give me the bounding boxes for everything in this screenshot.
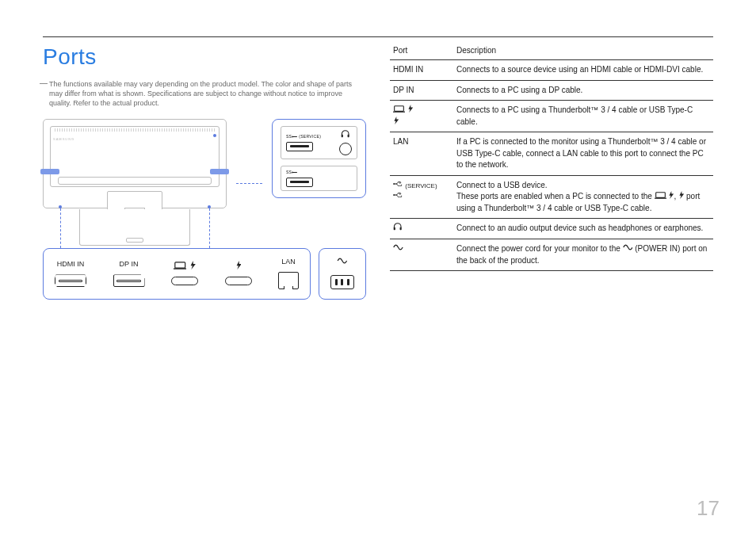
table-row: (SERVICE) Connect to a USB device. These… — [390, 175, 713, 219]
bolt-icon — [189, 261, 196, 271]
rear-port-strip-outline — [58, 177, 212, 185]
bolt-icon — [668, 191, 674, 203]
sine-icon — [393, 243, 403, 255]
callout-leader-horizontal-icon — [236, 183, 262, 184]
laptop-icon — [174, 261, 187, 271]
table-row: Connect to an audio output device such a… — [390, 219, 713, 239]
bolt-icon — [393, 117, 399, 128]
hdmi-port-icon — [55, 274, 86, 287]
monitor-port-diagram: SAMSUNG — [43, 119, 366, 300]
thunderbolt-port-2 — [225, 262, 252, 285]
headphones-icon — [341, 130, 349, 139]
audio-jack-icon — [339, 143, 352, 155]
usb-a-port-icon — [286, 142, 313, 151]
desc-cell: Connects to a PC using a Thunderbolt™ 3 … — [453, 101, 713, 132]
port-cell-usb-service: (SERVICE) — [390, 175, 453, 219]
left-column: Ports The functions available may vary d… — [43, 44, 366, 300]
usb-a-port-icon — [286, 178, 313, 187]
usb-c-port-icon — [171, 277, 198, 285]
usb-ss-icon — [393, 191, 403, 203]
side-usb-audio-callout: SS⟵ (SERVICE) SS⟵ — [272, 119, 366, 198]
sine-icon — [336, 257, 349, 266]
table-header-description: Description — [453, 44, 713, 60]
desc-cell: Connect to a USB device. These ports are… — [453, 175, 713, 219]
model-variance-note: The functions available may vary dependi… — [43, 79, 366, 108]
laptop-icon — [393, 105, 405, 117]
thunderbolt-port-1 — [171, 262, 198, 285]
table-header-port: Port — [390, 44, 453, 60]
usb-service-label: SS⟵ (SERVICE) — [286, 134, 331, 139]
port-cell-lan: LAN — [390, 132, 453, 176]
ethernet-port-icon — [278, 272, 299, 289]
callout-leader-to-bottom-panel — [43, 208, 227, 248]
usb-ss-icon — [393, 180, 403, 192]
power-panel — [319, 248, 366, 300]
desc-cell: Connect to an audio output device such a… — [453, 219, 713, 239]
top-rule — [43, 36, 713, 37]
headphones-icon — [393, 223, 402, 235]
side-port-highlight-right-icon — [210, 169, 229, 174]
side-port-highlight-left-icon — [40, 169, 59, 174]
port-cell-thunderbolt — [390, 101, 453, 132]
dp-port: DP IN — [113, 259, 145, 287]
monitor-back-view: SAMSUNG — [43, 119, 227, 208]
hdmi-port: HDMI IN — [55, 259, 86, 287]
table-row: Connects to a PC using a Thunderbolt™ 3 … — [390, 101, 713, 132]
port-cell-headphones — [390, 219, 453, 239]
port-cell-dp: DP IN — [390, 80, 453, 101]
bolt-icon — [235, 261, 242, 271]
bolt-icon — [678, 191, 684, 203]
samsung-brand-mark: SAMSUNG — [53, 137, 74, 141]
right-column: Port Description HDMI IN Connects to a s… — [390, 44, 713, 300]
desc-cell: Connect the power cord for your monitor … — [453, 239, 713, 270]
desc-cell: Connects to a source device using an HDM… — [453, 60, 713, 81]
table-row: LAN If a PC is connected to the monitor … — [390, 132, 713, 176]
table-row: DP IN Connects to a PC using a DP cable. — [390, 80, 713, 101]
sine-icon — [623, 243, 633, 255]
displayport-icon — [113, 274, 145, 287]
port-description-table: Port Description HDMI IN Connects to a s… — [390, 44, 713, 271]
lan-port: LAN — [278, 257, 299, 289]
table-row: Connect the power cord for your monitor … — [390, 239, 713, 270]
desc-cell: Connects to a PC using a DP cable. — [453, 80, 713, 101]
port-cell-hdmi: HDMI IN — [390, 60, 453, 81]
usb-c-port-icon — [225, 277, 252, 285]
bolt-icon — [407, 105, 413, 117]
page-title: Ports — [43, 44, 366, 70]
bottom-connector-panel: HDMI IN DP IN — [43, 248, 311, 300]
usb-ss-label: SS⟵ — [286, 170, 352, 174]
page-number: 17 — [697, 496, 720, 521]
desc-cell: If a PC is connected to the monitor usin… — [453, 132, 713, 176]
table-row: HDMI IN Connects to a source device usin… — [390, 60, 713, 81]
laptop-icon — [655, 191, 666, 203]
port-cell-power — [390, 239, 453, 270]
power-in-port-icon — [330, 275, 354, 289]
